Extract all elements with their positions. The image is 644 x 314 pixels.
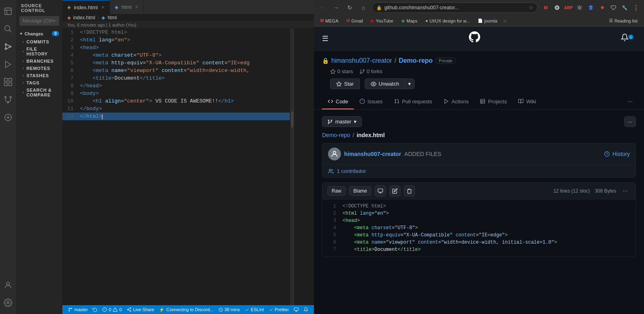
status-notifications[interactable] <box>301 307 311 312</box>
status-prettier[interactable]: Prettier <box>266 307 291 312</box>
extension-2[interactable] <box>552 3 562 12</box>
notification-bell[interactable]: 1 <box>621 33 636 43</box>
nav-pull-requests[interactable]: Pull requests <box>388 94 438 109</box>
svg-point-5 <box>10 46 11 47</box>
code-line-8: 8 </head> <box>62 82 290 90</box>
delete-btn[interactable] <box>404 185 415 197</box>
status-eslint[interactable]: ESLint <box>242 307 266 312</box>
run-icon[interactable] <box>0 56 16 72</box>
repo-main: master ▾ ··· Demo-repo / index.html hima… <box>314 110 644 263</box>
nav-actions[interactable]: Actions <box>438 94 475 109</box>
editor-breadcrumb: ◈ index.html › ◈ html <box>62 14 314 22</box>
changes-section-header[interactable]: ▼ Changes 0 <box>16 30 62 37</box>
nav-projects[interactable]: Projects <box>474 94 512 109</box>
live-share-icon[interactable] <box>0 109 16 125</box>
status-sync[interactable] <box>90 307 100 312</box>
bookmark-gmail[interactable]: M Gmail <box>343 18 366 24</box>
nav-wiki[interactable]: Wiki <box>512 94 542 109</box>
hamburger-menu[interactable]: ☰ <box>322 34 328 43</box>
bookmark-reading-list[interactable]: ☰ Reading list <box>606 17 641 24</box>
editor-scrollbar[interactable] <box>290 29 294 305</box>
svg-point-4 <box>5 48 7 50</box>
settings-icon[interactable] <box>0 295 16 311</box>
back-btn[interactable]: ← <box>317 2 328 13</box>
svg-point-16 <box>7 302 9 304</box>
tab-html[interactable]: ◈ html ✕ <box>110 0 144 14</box>
forward-btn[interactable]: → <box>331 2 341 13</box>
bookmark-youtube[interactable]: ▶ YouTube <box>368 18 396 24</box>
code-line-5: 5 <meta http-equiv="X-UA-Compatible" con… <box>62 59 290 67</box>
tags-item[interactable]: › TAGS <box>16 79 62 86</box>
branch-selector[interactable]: master ▾ <box>322 116 362 127</box>
forks-stat: 0 forks <box>359 68 382 74</box>
bookmark-mega[interactable]: M MEGA <box>317 18 342 24</box>
extension-3[interactable] <box>575 3 584 12</box>
preview-btn[interactable] <box>375 185 386 197</box>
html-file-icon: ◈ <box>67 4 71 10</box>
file-history-item[interactable]: › FILE HISTORY <box>16 45 62 57</box>
scrollbar-thumb <box>291 111 293 127</box>
commit-header: himanshu007-creator ADDED FILES History <box>322 144 636 164</box>
extension-5[interactable]: ★ <box>597 3 607 12</box>
watch-dropdown[interactable]: ▾ <box>405 78 415 89</box>
code-editor[interactable]: 1 <!DOCTYPE html> 2 <html lang="en"> 3 <… <box>62 29 314 305</box>
stashes-item[interactable]: › STASHES <box>16 72 62 79</box>
status-discord[interactable]: ⚡ Connecting to Discord... <box>157 307 216 312</box>
bookmark-uiux[interactable]: ● UI/UX design for w... <box>422 18 473 24</box>
history-btn[interactable]: History <box>604 151 630 157</box>
extension-4[interactable] <box>586 3 596 12</box>
status-branch[interactable]: master <box>66 307 91 312</box>
address-bar[interactable]: 🔒 github.com/himanshu007-creator... ☆ <box>372 2 538 13</box>
more-options[interactable]: ⋮ <box>631 3 641 12</box>
svg-point-55 <box>329 169 331 171</box>
extension-6[interactable] <box>609 3 618 12</box>
extension-1[interactable]: M <box>541 3 551 12</box>
source-control-icon[interactable] <box>0 39 16 55</box>
gh-content[interactable]: ☰ 1 🔒 himanshu007-creator / Demo-repo Pr… <box>314 27 644 314</box>
minimap <box>294 29 314 305</box>
raw-btn[interactable]: Raw <box>327 186 346 196</box>
status-live-share[interactable]: Live Share <box>124 307 157 312</box>
nav-code[interactable]: Code <box>322 94 354 109</box>
nav-more[interactable]: ··· <box>624 94 636 109</box>
svg-rect-46 <box>481 99 485 104</box>
github-logo[interactable] <box>469 31 480 45</box>
commit-message-input[interactable] <box>19 16 59 26</box>
extensions-icon[interactable] <box>0 74 16 90</box>
commit-author[interactable]: himanshu007-creator <box>344 151 401 157</box>
sidebar: SOURCE CONTROL ▼ Changes 0 › COMMITS › F… <box>16 0 62 314</box>
search-icon[interactable] <box>0 21 16 37</box>
git-graph-icon[interactable] <box>0 92 16 108</box>
code-line-12: 12 </html> <box>62 113 290 120</box>
status-errors[interactable]: 0 0 <box>100 307 124 312</box>
branch-more-btn[interactable]: ··· <box>624 116 636 127</box>
svg-point-36 <box>360 72 362 74</box>
repo-owner-link[interactable]: himanshu007-creator <box>331 57 392 64</box>
file-more-btn[interactable]: ··· <box>619 185 631 197</box>
branches-item[interactable]: › BRANCHES <box>16 57 62 65</box>
extension-abp[interactable]: ABP <box>564 3 573 12</box>
home-btn[interactable]: ⌂ <box>358 2 369 13</box>
file-path-repo-link[interactable]: Demo-repo <box>322 132 350 138</box>
edit-btn[interactable] <box>389 185 400 197</box>
tab-index-html[interactable]: ◈ index.html ✕ <box>62 0 110 14</box>
status-time[interactable]: 38 mins <box>216 307 243 312</box>
svg-line-29 <box>128 308 130 309</box>
star-btn[interactable]: Star <box>330 78 360 89</box>
bookmark-joomla[interactable]: 📄 joomla <box>475 18 500 24</box>
unwatch-btn[interactable]: Unwatch <box>365 78 405 89</box>
commits-item[interactable]: › COMMITS <box>16 38 62 45</box>
remotes-item[interactable]: › REMOTES <box>16 65 62 72</box>
file-code[interactable]: 1 <!DOCTYPE html> 2 <html lang="en"> 3 <… <box>322 199 636 257</box>
status-terminal[interactable] <box>291 307 301 312</box>
explorer-icon[interactable] <box>0 3 16 19</box>
bookmark-maps[interactable]: ◉ Maps <box>398 18 421 24</box>
search-compare-item[interactable]: › SEARCH & COMPARE <box>16 86 62 99</box>
git-info-bar: You, 6 minutes ago | 1 author (You) <box>62 22 314 29</box>
nav-issues[interactable]: Issues <box>354 94 388 109</box>
blame-btn[interactable]: Blame <box>349 186 372 196</box>
repo-name[interactable]: Demo-repo <box>399 57 433 64</box>
account-icon[interactable] <box>0 277 16 293</box>
extension-7[interactable]: 🔧 <box>620 3 630 12</box>
refresh-btn[interactable]: ↻ <box>345 2 355 13</box>
